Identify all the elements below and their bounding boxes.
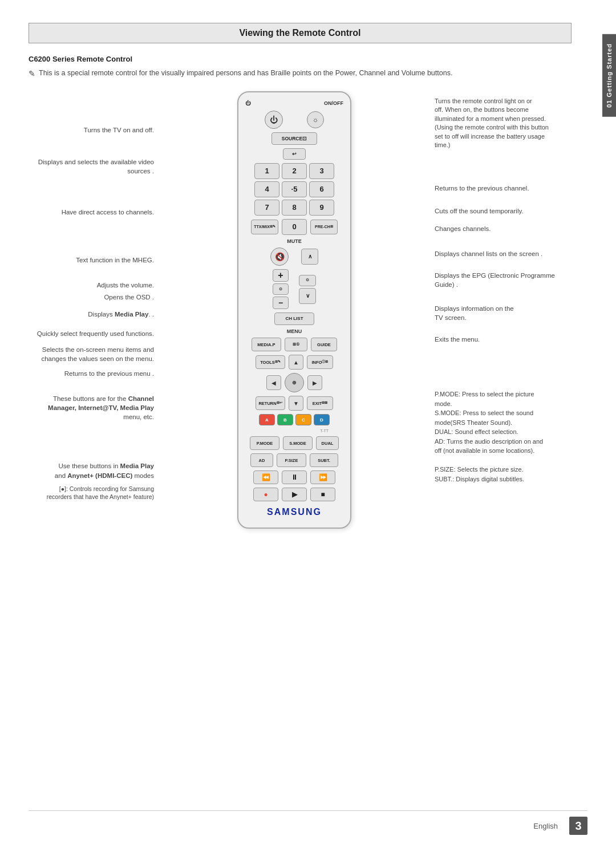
label-prev-menu: Returns to the previous menu . — [29, 369, 160, 378]
mute-ch-row: 🔇 ∧ — [245, 248, 343, 266]
power-label: ⏻ — [245, 100, 250, 106]
power-button[interactable]: ⏻ — [265, 111, 283, 129]
btn-5[interactable]: ·5 — [282, 181, 307, 197]
label-direct-channels: Have direct access to channels. — [29, 208, 160, 217]
input-row: ↩ — [245, 148, 343, 160]
info-button[interactable]: INFOⓘ⊞ — [307, 355, 333, 369]
btn-6[interactable]: 6 — [309, 181, 334, 197]
psize-button[interactable]: P.SIZE — [277, 453, 306, 467]
label-volume-adj: Adjusts the volume. — [29, 281, 160, 290]
label-prev-ch-right: Returns to the previous channel. — [429, 184, 572, 193]
label-video-sources: Displays and selects the available video… — [29, 157, 160, 176]
btn-d[interactable]: D — [314, 414, 330, 425]
btn-3[interactable]: 3 — [309, 163, 334, 179]
nav-up-button[interactable]: ▲ — [289, 355, 303, 370]
btn-1[interactable]: 1 — [254, 163, 279, 179]
btn-4[interactable]: 4 — [254, 181, 279, 197]
mediap-button[interactable]: MEDIA.P — [252, 338, 281, 351]
return-button[interactable]: RETURN⊞↩ — [256, 396, 285, 410]
ch-down-button[interactable]: ∨ — [299, 288, 316, 304]
label-tv-power: Turns the TV on and off. — [29, 125, 160, 135]
btn-8[interactable]: 8 — [282, 200, 307, 216]
mute-label: MUTE — [245, 238, 343, 244]
label-tools-fn: Quickly select frequently used functions… — [29, 329, 160, 338]
prech-button[interactable]: PRE-CH⊞ — [310, 220, 338, 234]
btn-5-label: · — [291, 185, 294, 194]
btn-a[interactable]: A — [259, 414, 275, 425]
btn-b[interactable]: B — [277, 414, 293, 425]
vol-up-button[interactable]: + — [273, 269, 289, 282]
panel-fn-button[interactable]: ⊞① — [285, 338, 307, 351]
label-mute-right: Cuts off the sound temporarily. — [429, 206, 572, 216]
label-modes-right: P.MODE: Press to select the picturemode.… — [429, 390, 572, 484]
sidebar-getting-started: 01 Getting Started — [602, 34, 616, 117]
transport-row2: ● ▶ ■ — [245, 488, 343, 501]
section-heading: C6200 Series Remote Control — [29, 55, 572, 63]
return-exit-row: RETURN⊞↩ ▼ EXIT⊞⊠ — [245, 396, 343, 411]
mute-button[interactable]: 🔇 — [270, 248, 289, 266]
vol-down-button[interactable]: − — [273, 297, 289, 309]
guide-button[interactable]: GUIDE — [311, 338, 337, 351]
title-bar: Viewing the Remote Control — [29, 23, 572, 43]
dual-button[interactable]: DUAL — [316, 436, 339, 450]
light-button[interactable]: ☼ — [307, 111, 324, 128]
input-button[interactable]: ↩ — [283, 148, 306, 160]
label-light-right: Turns the remote control light on oroff.… — [429, 97, 572, 149]
source-label: SOURCE⊡ — [282, 136, 307, 141]
labels-left: Turns the TV on and off. Displays and se… — [29, 91, 160, 509]
nav-mid-row: ◀ ⊕ ▶ — [245, 373, 343, 392]
pmode-button[interactable]: P.MODE — [250, 436, 279, 450]
smode-button[interactable]: S.MODE — [283, 436, 313, 450]
btn-2[interactable]: 2 — [282, 163, 307, 179]
note-text: ✎ This is a special remote control for t… — [29, 68, 572, 80]
number-grid: 1 2 3 4 ·5 6 7 8 9 — [254, 163, 334, 216]
label-guide-right: Displays the EPG (Electronic ProgrammeGu… — [429, 271, 572, 289]
btn-9[interactable]: 9 — [309, 200, 334, 216]
diagram-area: Turns the TV on and off. Displays and se… — [29, 91, 572, 529]
tools-button[interactable]: TOOLS⊞✎ — [256, 355, 285, 369]
chlist-row: CH LIST — [245, 313, 343, 325]
btn-c[interactable]: C — [295, 414, 311, 425]
label-ch-manager: These buttons are for the ChannelManager… — [29, 394, 160, 421]
nav-enter-button[interactable]: ⊕ — [285, 373, 304, 392]
label-media-play-disp: Displays Media Play. . — [29, 310, 160, 319]
menu-label: MENU — [245, 328, 343, 334]
subt-button[interactable]: SUBT. — [310, 453, 338, 467]
play-button[interactable]: ▶ — [282, 488, 307, 501]
color-buttons-row: A B C D — [259, 414, 330, 425]
label-info-right: Displays information on theTV screen. — [429, 304, 572, 322]
remote-control-diagram: ⏻ ON/OFF ⏻ ☼ SOURCE⊡ ↩ — [226, 91, 363, 529]
mode-row: P.MODE S.MODE DUAL — [245, 436, 343, 450]
power-light-row: ⏻ ☼ — [245, 111, 343, 129]
labels-right: Turns the remote control light on oroff.… — [429, 91, 572, 492]
rec-button[interactable]: ● — [253, 488, 278, 501]
pause-button[interactable]: ⏸ — [282, 470, 307, 484]
label-ch-change-right: Changes channels. — [429, 224, 572, 233]
source-row: SOURCE⊡ — [245, 132, 343, 145]
ch-mid-button[interactable]: ⊙ — [299, 275, 316, 286]
source-button[interactable]: SOURCE⊡ — [271, 132, 317, 145]
nav-right-button[interactable]: ▶ — [307, 375, 322, 390]
vol-mid-button[interactable]: ⊙ — [273, 283, 289, 295]
btn-7[interactable]: 7 — [254, 200, 279, 216]
tools-row: TOOLS⊞✎ ▲ INFOⓘ⊞ — [245, 355, 343, 370]
ad-button[interactable]: AD — [250, 453, 273, 467]
ttx-button[interactable]: TTX/MIX⊞✎ — [251, 220, 278, 234]
nav-down-button[interactable]: ▼ — [289, 396, 303, 411]
label-osd-open: Opens the OSD . — [29, 293, 160, 302]
btn-0[interactable]: 0 — [282, 219, 307, 235]
rew-button[interactable]: ⏪ — [253, 470, 278, 484]
label-recording: [●]: Controls recording for Samsungrecor… — [29, 485, 160, 501]
chlist-button[interactable]: CH LIST — [274, 313, 314, 325]
footer-language: English — [533, 822, 558, 830]
ff-button[interactable]: ⏩ — [310, 470, 335, 484]
sidebar-label: 01 Getting Started — [606, 43, 613, 108]
label-ch-list-right: Displays channel lists on the screen . — [429, 249, 572, 258]
exit-button[interactable]: EXIT⊞⊠ — [307, 396, 333, 410]
label-media-play-modes: Use these buttons in Media Playand Anyne… — [29, 461, 160, 480]
label-menu-select: Selects the on-screen menu items andchan… — [29, 345, 160, 363]
ad-row: AD P.SIZE SUBT. — [245, 453, 343, 467]
ch-up-button[interactable]: ∧ — [301, 249, 318, 265]
nav-left-button[interactable]: ◀ — [266, 375, 281, 390]
stop-button[interactable]: ■ — [310, 488, 335, 501]
